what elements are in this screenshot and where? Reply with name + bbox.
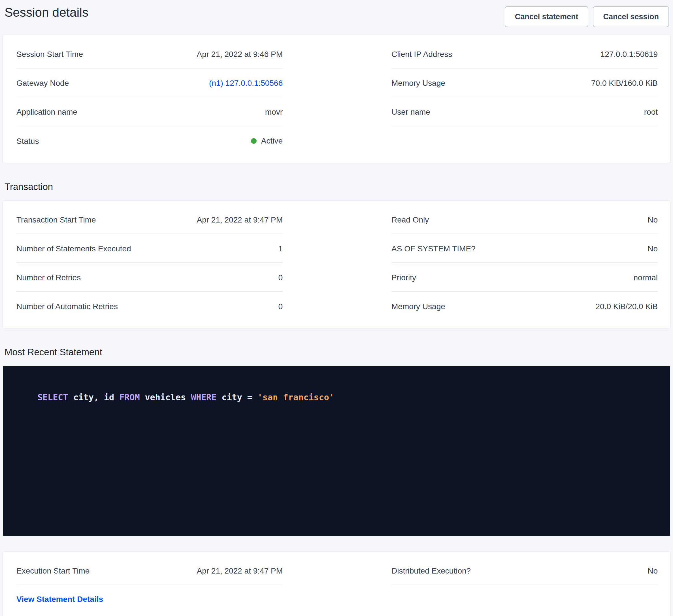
transaction-start-time-label: Transaction Start Time (16, 215, 96, 225)
distributed-execution-value: No (648, 566, 658, 576)
as-of-system-time-row: AS OF SYSTEM TIME? No (392, 234, 658, 263)
execution-start-time-label: Execution Start Time (16, 566, 89, 576)
status-text: Active (261, 136, 283, 146)
status-label: Status (16, 136, 39, 146)
execution-left-column: Execution Start Time Apr 21, 2022 at 9:4… (16, 556, 283, 607)
user-name-row: User name root (392, 97, 658, 126)
gateway-node-row: Gateway Node (n1) 127.0.0.1:50566 (16, 68, 283, 97)
statements-executed-label: Number of Statements Executed (16, 244, 131, 254)
session-summary-right-column: Client IP Address 127.0.0.1:50619 Memory… (392, 40, 658, 155)
sql-token-keyword: WHERE (191, 392, 216, 402)
transaction-memory-usage-row: Memory Usage 20.0 KiB/20.0 KiB (392, 292, 658, 320)
user-name-label: User name (392, 107, 430, 117)
execution-card: Execution Start Time Apr 21, 2022 at 9:4… (3, 552, 670, 616)
sql-statement-box: SELECT city, id FROM vehicles WHERE city… (3, 366, 670, 536)
session-memory-usage-value: 70.0 KiB/160.0 KiB (591, 78, 658, 88)
application-name-value: movr (265, 107, 283, 117)
statements-executed-value: 1 (278, 244, 283, 254)
client-ip-label: Client IP Address (392, 49, 452, 59)
header-actions: Cancel statement Cancel session (505, 5, 669, 27)
as-of-system-time-value: No (648, 244, 658, 254)
transaction-memory-usage-value: 20.0 KiB/20.0 KiB (596, 301, 658, 311)
retries-value: 0 (278, 273, 283, 283)
page-title: Session details (5, 5, 88, 20)
retries-label: Number of Retries (16, 273, 81, 283)
view-statement-details-link[interactable]: View Statement Details (16, 595, 103, 604)
priority-row: Priority normal (392, 263, 658, 292)
sql-statement: SELECT city, id FROM vehicles WHERE city… (17, 380, 656, 415)
cancel-session-button[interactable]: Cancel session (593, 6, 669, 27)
retries-row: Number of Retries 0 (16, 263, 283, 292)
transaction-card: Transaction Start Time Apr 21, 2022 at 9… (3, 201, 670, 328)
sql-token-plain: city, id (68, 392, 120, 402)
client-ip-value: 127.0.0.1:50619 (601, 49, 658, 59)
session-summary-left-column: Session Start Time Apr 21, 2022 at 9:46 … (16, 40, 283, 155)
sql-token-keyword: FROM (119, 392, 140, 402)
execution-start-time-row: Execution Start Time Apr 21, 2022 at 9:4… (16, 556, 283, 585)
distributed-execution-row: Distributed Execution? No (392, 556, 658, 585)
read-only-value: No (648, 215, 658, 225)
statement-details-link-row: View Statement Details (16, 585, 283, 607)
execution-right-column: Distributed Execution? No (392, 556, 658, 607)
transaction-start-time-value: Apr 21, 2022 at 9:47 PM (197, 215, 283, 225)
distributed-execution-label: Distributed Execution? (392, 566, 471, 576)
client-ip-row: Client IP Address 127.0.0.1:50619 (392, 40, 658, 68)
session-start-time-label: Session Start Time (16, 49, 83, 59)
execution-start-time-value: Apr 21, 2022 at 9:47 PM (197, 566, 283, 576)
page-header: Session details Cancel statement Cancel … (0, 0, 673, 35)
automatic-retries-value: 0 (278, 301, 283, 311)
automatic-retries-label: Number of Automatic Retries (16, 301, 118, 311)
application-name-row: Application name movr (16, 97, 283, 126)
sql-token-keyword: SELECT (37, 392, 68, 402)
sql-token-string: 'san francisco' (257, 392, 334, 402)
session-memory-usage-row: Memory Usage 70.0 KiB/160.0 KiB (392, 68, 658, 97)
session-summary-card: Session Start Time Apr 21, 2022 at 9:46 … (3, 35, 670, 163)
session-memory-usage-label: Memory Usage (392, 78, 445, 88)
gateway-node-label: Gateway Node (16, 78, 69, 88)
status-value: Active (251, 136, 283, 146)
transaction-section-heading: Transaction (0, 182, 673, 192)
transaction-left-column: Transaction Start Time Apr 21, 2022 at 9… (16, 205, 283, 320)
application-name-label: Application name (16, 107, 77, 117)
session-start-time-row: Session Start Time Apr 21, 2022 at 9:46 … (16, 40, 283, 68)
cancel-statement-button[interactable]: Cancel statement (505, 6, 589, 27)
active-status-dot-icon (251, 138, 257, 144)
gateway-node-link[interactable]: (n1) 127.0.0.1:50566 (209, 78, 283, 88)
statement-section-heading: Most Recent Statement (0, 347, 673, 357)
as-of-system-time-label: AS OF SYSTEM TIME? (392, 244, 476, 254)
read-only-row: Read Only No (392, 205, 658, 234)
sql-token-plain: vehicles (140, 392, 191, 402)
transaction-start-time-row: Transaction Start Time Apr 21, 2022 at 9… (16, 205, 283, 234)
priority-value: normal (633, 273, 658, 283)
statements-executed-row: Number of Statements Executed 1 (16, 234, 283, 263)
sql-token-plain: city = (216, 392, 257, 402)
transaction-right-column: Read Only No AS OF SYSTEM TIME? No Prior… (392, 205, 658, 320)
user-name-value: root (644, 107, 658, 117)
status-row: Status Active (16, 126, 283, 155)
automatic-retries-row: Number of Automatic Retries 0 (16, 292, 283, 320)
priority-label: Priority (392, 273, 416, 283)
session-start-time-value: Apr 21, 2022 at 9:46 PM (197, 49, 283, 59)
read-only-label: Read Only (392, 215, 429, 225)
transaction-memory-usage-label: Memory Usage (392, 301, 445, 311)
